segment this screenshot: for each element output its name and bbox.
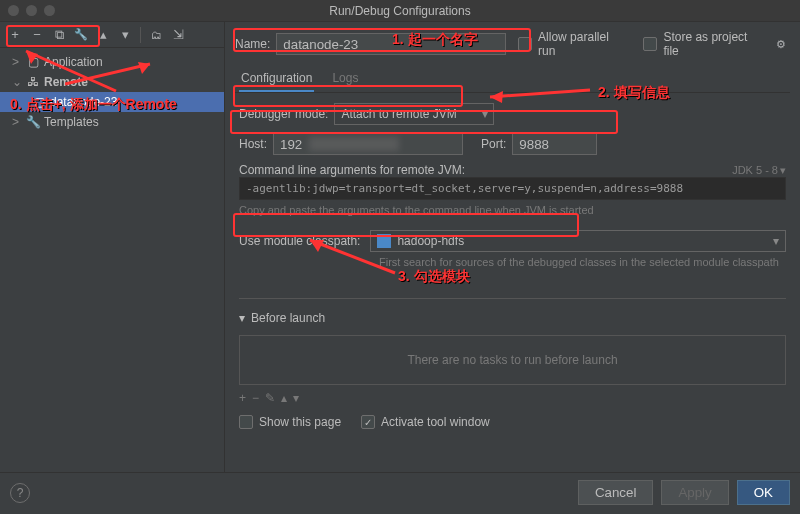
chevron-down-icon: ▾ [780, 164, 786, 177]
ok-button[interactable]: OK [737, 480, 790, 505]
before-launch-section: ▾ Before launch There are no tasks to ru… [239, 298, 786, 429]
show-page-checkbox[interactable] [239, 415, 253, 429]
traffic-close[interactable] [8, 5, 19, 16]
store-file-label: Store as project file [663, 30, 766, 58]
tree-label: Templates [44, 115, 224, 129]
tasks-empty: There are no tasks to run before launch [239, 335, 786, 385]
edit-task-icon[interactable]: ✎ [265, 391, 275, 405]
separator [140, 27, 141, 43]
down-task-icon[interactable]: ▾ [293, 391, 299, 405]
window-title: Run/Debug Configurations [329, 4, 470, 18]
activate-window-checkbox[interactable] [361, 415, 375, 429]
tab-logs[interactable]: Logs [330, 66, 360, 92]
sidebar: + − ⧉ 🔧 ▴ ▾ 🗂 ⇲ > ▢ Application ⌄ 🖧 Remo… [0, 22, 225, 472]
task-toolbar: + − ✎ ▴ ▾ [239, 391, 786, 405]
up-icon[interactable]: ▴ [94, 26, 112, 44]
module-icon [377, 234, 391, 248]
allow-parallel-label: Allow parallel run [538, 30, 629, 58]
config-icon: ▢ [32, 95, 46, 109]
cmdline-hint: Copy and paste the arguments to the comm… [239, 204, 786, 216]
host-label: Host: [239, 137, 267, 151]
name-row: Name: Allow parallel run Store as projec… [235, 30, 790, 58]
collapse-icon[interactable]: ⇲ [169, 26, 187, 44]
tree-item-config[interactable]: ▢ datanode-23 [0, 92, 224, 112]
debugger-mode-dropdown[interactable]: Attach to remote JVM [334, 103, 494, 125]
toggle-icon: > [12, 115, 22, 129]
down-icon[interactable]: ▾ [116, 26, 134, 44]
footer: ? Cancel Apply OK [0, 472, 800, 512]
module-classpath-dropdown[interactable]: hadoop-hdfs ▾ [370, 230, 786, 252]
content-panel: Name: Allow parallel run Store as projec… [225, 22, 800, 472]
toggle-icon: ⌄ [12, 75, 22, 89]
remove-task-icon[interactable]: − [252, 391, 259, 405]
tree-label: Remote [44, 75, 224, 89]
blurred-ip [309, 137, 399, 151]
module-hint: First search for sources of the debugged… [379, 256, 786, 268]
remove-icon[interactable]: − [28, 26, 46, 44]
activate-window-label: Activate tool window [381, 415, 490, 429]
gear-icon[interactable]: ⚙ [772, 35, 790, 53]
config-tree: > ▢ Application ⌄ 🖧 Remote ▢ datanode-23… [0, 48, 224, 472]
before-launch-header[interactable]: ▾ Before launch [239, 307, 786, 329]
cmdline-label: Command line arguments for remote JVM: [239, 163, 465, 177]
add-icon[interactable]: + [6, 26, 24, 44]
tab-configuration[interactable]: Configuration [239, 66, 314, 92]
chevron-down-icon: ▾ [239, 311, 245, 325]
folder-icon[interactable]: 🗂 [147, 26, 165, 44]
configuration-panel: Debugger mode: Attach to remote JVM Host… [235, 93, 790, 472]
titlebar: Run/Debug Configurations [0, 0, 800, 22]
help-icon[interactable]: ? [10, 483, 30, 503]
store-file-checkbox[interactable] [643, 37, 657, 51]
remote-icon: 🖧 [26, 75, 40, 89]
port-label: Port: [481, 137, 506, 151]
name-input[interactable] [276, 33, 506, 55]
apply-button[interactable]: Apply [661, 480, 728, 505]
module-value: hadoop-hdfs [397, 234, 464, 248]
cmdline-input[interactable]: -agentlib:jdwp=transport=dt_socket,serve… [239, 177, 786, 200]
wrench-icon[interactable]: 🔧 [72, 26, 90, 44]
tabs: Configuration Logs [235, 66, 790, 93]
tree-item-templates[interactable]: > 🔧 Templates [0, 112, 224, 132]
chevron-down-icon: ▾ [773, 234, 779, 248]
allow-parallel-checkbox[interactable] [518, 37, 532, 51]
copy-icon[interactable]: ⧉ [50, 26, 68, 44]
traffic-minimize[interactable] [26, 5, 37, 16]
cancel-button[interactable]: Cancel [578, 480, 654, 505]
debugger-mode-label: Debugger mode: [239, 107, 328, 121]
wrench-icon: 🔧 [26, 115, 40, 129]
tree-label: datanode-23 [50, 95, 224, 109]
dropdown-value: Attach to remote JVM [341, 107, 456, 121]
add-task-icon[interactable]: + [239, 391, 246, 405]
toggle-icon: > [12, 55, 22, 69]
tree-item-application[interactable]: > ▢ Application [0, 52, 224, 72]
tree-label: Application [44, 55, 224, 69]
traffic-zoom[interactable] [44, 5, 55, 16]
application-icon: ▢ [26, 55, 40, 69]
port-input[interactable] [512, 133, 597, 155]
sidebar-toolbar: + − ⧉ 🔧 ▴ ▾ 🗂 ⇲ [0, 22, 224, 48]
jdk-tag[interactable]: JDK 5 - 8 ▾ [732, 164, 786, 177]
module-label: Use module classpath: [239, 234, 360, 248]
tree-item-remote[interactable]: ⌄ 🖧 Remote [0, 72, 224, 92]
show-page-label: Show this page [259, 415, 341, 429]
name-label: Name: [235, 37, 270, 51]
up-task-icon[interactable]: ▴ [281, 391, 287, 405]
